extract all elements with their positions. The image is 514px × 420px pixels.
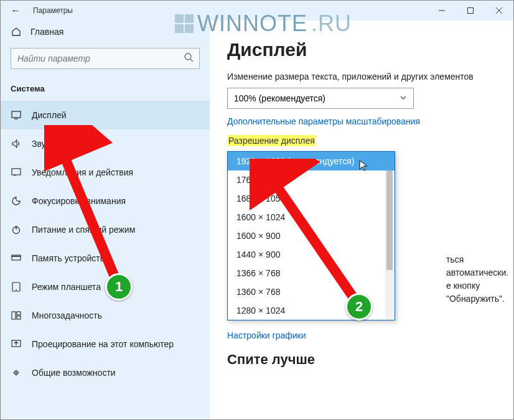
scale-combobox[interactable]: 100% (рекомендуется) bbox=[227, 88, 414, 109]
window-title: Параметры bbox=[30, 6, 73, 15]
svg-line-5 bbox=[190, 59, 193, 62]
home-link[interactable]: Главная bbox=[1, 21, 210, 45]
titlebar: ← Параметры bbox=[1, 1, 513, 21]
home-icon bbox=[11, 27, 22, 37]
nav-icon bbox=[11, 282, 22, 292]
back-button[interactable]: ← bbox=[1, 5, 30, 16]
svg-rect-15 bbox=[12, 312, 16, 319]
nav-icon bbox=[11, 168, 22, 177]
sidebar-item[interactable]: Фокусировка внимания bbox=[1, 187, 210, 215]
search-icon bbox=[184, 52, 194, 65]
nav-label: Режим планшета bbox=[32, 282, 101, 292]
advanced-scaling-link[interactable]: Дополнительные параметры масштабирования bbox=[227, 116, 496, 126]
sidebar-item[interactable]: Дисплей bbox=[1, 101, 210, 129]
nav-icon bbox=[11, 368, 22, 378]
nav-label: Звук bbox=[32, 139, 50, 149]
resolution-dropdown[interactable]: 1920 × 1080 (рекомендуется)1768 × 992168… bbox=[227, 151, 395, 320]
sidebar-item[interactable]: Звук bbox=[1, 129, 210, 158]
page-title: Дисплей bbox=[227, 39, 496, 60]
svg-point-19 bbox=[16, 372, 17, 374]
resolution-option[interactable]: 1280 × 1024 bbox=[228, 301, 395, 320]
nav-icon bbox=[11, 225, 22, 235]
nav-label: Проецирование на этот компьютер bbox=[32, 339, 174, 349]
resolution-option[interactable]: 1360 × 768 bbox=[228, 282, 395, 301]
maximize-button[interactable] bbox=[456, 1, 485, 21]
svg-point-4 bbox=[185, 54, 191, 60]
resolution-option[interactable]: 1680 × 1050 bbox=[228, 189, 395, 208]
sidebar: Главная Система ДисплейЗвукУведомления и… bbox=[1, 21, 210, 420]
main-content: Дисплей Изменение размера текста, прилож… bbox=[210, 21, 513, 420]
nav-label: Питание и спящий режим bbox=[32, 225, 135, 235]
nav-label: Память устройства bbox=[32, 253, 110, 263]
svg-rect-6 bbox=[12, 111, 21, 118]
svg-point-14 bbox=[16, 289, 17, 291]
sidebar-item[interactable]: Память устройства bbox=[1, 244, 210, 273]
nav-label: Общие возможности bbox=[32, 368, 116, 378]
svg-rect-12 bbox=[12, 255, 21, 256]
scroll-thumb[interactable] bbox=[386, 170, 393, 270]
resolution-option[interactable]: 1440 × 900 bbox=[228, 245, 395, 264]
graphics-settings-link[interactable]: Настройки графики bbox=[227, 330, 496, 340]
minimize-button[interactable] bbox=[428, 1, 456, 21]
sidebar-item[interactable]: Многозадачность bbox=[1, 301, 210, 330]
svg-rect-1 bbox=[468, 8, 474, 14]
nav-label: Многозадачность bbox=[32, 310, 102, 320]
sidebar-group-header: Система bbox=[1, 79, 210, 101]
scale-value: 100% (рекомендуется) bbox=[234, 93, 325, 103]
nav-icon bbox=[11, 254, 22, 262]
resolution-option[interactable]: 1600 × 1024 bbox=[228, 208, 395, 226]
resolution-option[interactable]: 1920 × 1080 (рекомендуется) bbox=[228, 152, 395, 170]
sidebar-item[interactable]: Режим планшета bbox=[1, 273, 210, 301]
nav-icon bbox=[11, 139, 22, 149]
nav-icon bbox=[11, 196, 22, 206]
resolution-option[interactable]: 1768 × 992 bbox=[228, 170, 395, 189]
svg-rect-16 bbox=[17, 312, 21, 315]
search-box[interactable] bbox=[11, 48, 200, 69]
nav-label: Дисплей bbox=[32, 110, 67, 120]
home-label: Главная bbox=[30, 27, 63, 37]
nav-icon bbox=[11, 111, 22, 119]
resolution-option[interactable]: 1600 × 900 bbox=[228, 226, 395, 245]
sidebar-nav: ДисплейЗвукУведомления и действияФокусир… bbox=[1, 101, 210, 387]
sidebar-item[interactable]: Питание и спящий режим bbox=[1, 215, 210, 244]
sidebar-item[interactable]: Общие возможности bbox=[1, 358, 210, 387]
dropdown-scrollbar[interactable] bbox=[385, 170, 394, 319]
resolution-option[interactable]: 1366 × 768 bbox=[228, 264, 395, 282]
svg-rect-11 bbox=[12, 256, 21, 260]
sidebar-item[interactable]: Проецирование на этот компьютер bbox=[1, 330, 210, 358]
svg-rect-8 bbox=[12, 169, 21, 175]
detect-hint-text: ться автоматически. е кнопку "Обнаружить… bbox=[446, 253, 513, 306]
sidebar-item[interactable]: Уведомления и действия bbox=[1, 158, 210, 187]
svg-rect-17 bbox=[17, 316, 21, 319]
nav-icon bbox=[11, 340, 22, 348]
chevron-down-icon bbox=[400, 93, 407, 103]
sleep-header: Спите лучше bbox=[227, 352, 496, 368]
resolution-label: Разрешение дисплея bbox=[227, 135, 316, 146]
nav-label: Фокусировка внимания bbox=[32, 196, 126, 206]
nav-icon bbox=[11, 311, 22, 320]
scale-help-text: Изменение размера текста, приложений и д… bbox=[227, 72, 496, 82]
close-button[interactable] bbox=[485, 1, 513, 21]
search-input[interactable] bbox=[11, 48, 200, 69]
nav-label: Уведомления и действия bbox=[32, 167, 133, 177]
